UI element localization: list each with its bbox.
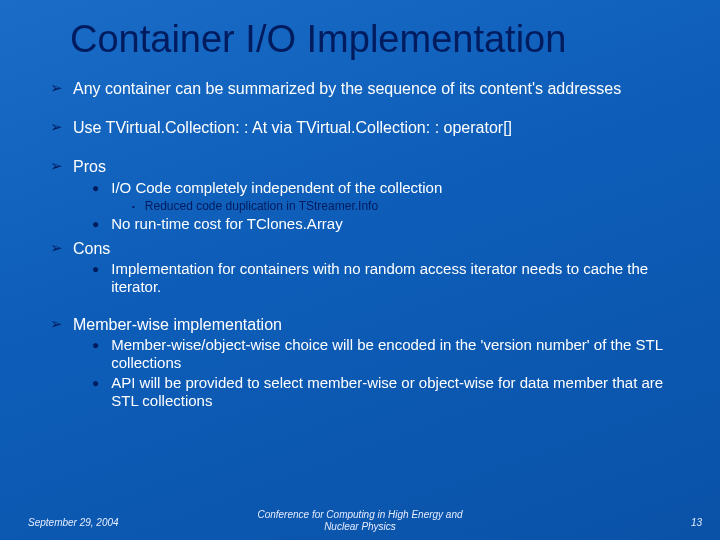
bullet-level1: ➢ Use TVirtual.Collection: : At via TVir… xyxy=(50,118,690,137)
bullet-text: Pros xyxy=(73,157,106,176)
bullet-text: Any container can be summarized by the s… xyxy=(73,79,621,98)
chevron-right-icon: ➢ xyxy=(50,157,63,175)
bullet-level2: ● No run-time cost for TClones.Array xyxy=(92,215,690,233)
bullet-dot-icon: ● xyxy=(92,376,99,390)
bullet-dot-icon: ● xyxy=(92,181,99,195)
footer-page-number: 13 xyxy=(691,517,702,528)
bullet-level2: ● I/O Code completely independent of the… xyxy=(92,179,690,197)
bullet-text: I/O Code completely independent of the c… xyxy=(111,179,442,197)
bullet-level1: ➢ Pros xyxy=(50,157,690,176)
slide: Container I/O Implementation ➢ Any conta… xyxy=(0,0,720,540)
bullet-dot-icon: ● xyxy=(92,262,99,276)
chevron-right-icon: ➢ xyxy=(50,79,63,97)
chevron-right-icon: ➢ xyxy=(50,118,63,136)
chevron-right-icon: ➢ xyxy=(50,239,63,257)
bullet-level1: ➢ Any container can be summarized by the… xyxy=(50,79,690,98)
bullet-level2: ● Member-wise/object-wise choice will be… xyxy=(92,336,690,372)
bullet-text: Implementation for containers with no ra… xyxy=(111,260,690,296)
slide-content: ➢ Any container can be summarized by the… xyxy=(0,69,720,410)
bullet-text: Member-wise implementation xyxy=(73,315,282,334)
bullet-dot-icon: ● xyxy=(92,338,99,352)
bullet-level2: ● API will be provided to select member-… xyxy=(92,374,690,410)
chevron-right-icon: ➢ xyxy=(50,315,63,333)
footer-conf-line1: Conference for Computing in High Energy … xyxy=(257,509,462,520)
bullet-text: Member-wise/object-wise choice will be e… xyxy=(111,336,690,372)
bullet-dot-icon: ● xyxy=(92,217,99,231)
footer-conf-line2: Nuclear Physics xyxy=(324,521,396,532)
bullet-level2: ● Implementation for containers with no … xyxy=(92,260,690,296)
bullet-text: No run-time cost for TClones.Array xyxy=(111,215,342,233)
bullet-level1: ➢ Cons xyxy=(50,239,690,258)
bullet-text: API will be provided to select member-wi… xyxy=(111,374,690,410)
bullet-small-icon: • xyxy=(132,202,135,212)
bullet-level1: ➢ Member-wise implementation xyxy=(50,315,690,334)
slide-title: Container I/O Implementation xyxy=(0,0,720,69)
bullet-level3: • Reduced code duplication in TStreamer.… xyxy=(132,199,690,213)
bullet-text: Use TVirtual.Collection: : At via TVirtu… xyxy=(73,118,512,137)
footer-conference: Conference for Computing in High Energy … xyxy=(0,509,720,532)
bullet-text: Reduced code duplication in TStreamer.In… xyxy=(145,199,378,213)
bullet-text: Cons xyxy=(73,239,110,258)
